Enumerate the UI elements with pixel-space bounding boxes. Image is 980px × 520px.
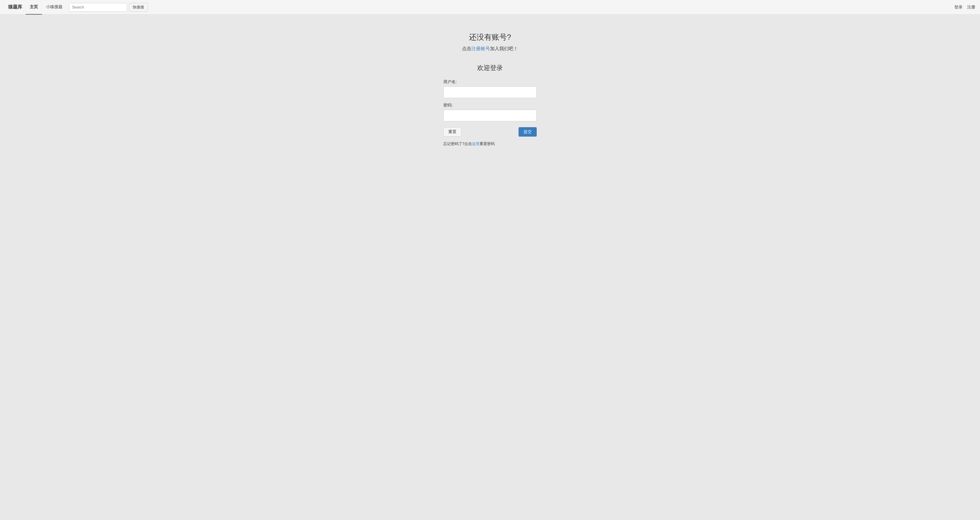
register-promo-link[interactable]: 注册账号: [471, 46, 490, 51]
register-promo-subtitle: 点击注册账号加入我们吧！: [462, 46, 518, 52]
navbar-search-area: 快搜搜: [69, 3, 148, 12]
register-promo-title: 还没有账号?: [462, 32, 518, 42]
navbar-item-home-label: 主页: [30, 4, 38, 10]
quick-search-button[interactable]: 快搜搜: [129, 3, 148, 12]
login-link[interactable]: 登录: [955, 5, 963, 10]
navbar: 猿题库 主页 小猿搜题 快搜搜 登录 注册: [0, 0, 980, 14]
forgot-link[interactable]: 这里: [472, 142, 479, 146]
register-promo: 还没有账号? 点击注册账号加入我们吧！: [462, 32, 518, 52]
navbar-item-monkey-search-label: 小猿搜题: [46, 4, 62, 10]
password-group: 密码:: [443, 103, 537, 121]
password-input[interactable]: [443, 110, 537, 121]
username-input[interactable]: [443, 86, 537, 98]
forgot-password: 忘记密码了?点击这里重置密码: [443, 141, 537, 147]
main-content: 还没有账号? 点击注册账号加入我们吧！ 欢迎登录 用户名: 密码: 重置 提交 …: [0, 14, 980, 147]
navbar-right: 登录 注册: [955, 5, 975, 10]
reset-button[interactable]: 重置: [443, 127, 461, 137]
username-group: 用户名:: [443, 80, 537, 98]
forgot-suffix: 重置密码: [479, 142, 495, 146]
login-title: 欢迎登录: [443, 64, 537, 72]
submit-button[interactable]: 提交: [519, 127, 537, 137]
login-form-container: 欢迎登录 用户名: 密码: 重置 提交 忘记密码了?点击这里重置密码: [443, 64, 537, 147]
navbar-item-home[interactable]: 主页: [25, 0, 42, 14]
search-input[interactable]: [69, 3, 127, 12]
navbar-item-monkey-search[interactable]: 小猿搜题: [42, 0, 67, 14]
navbar-brand[interactable]: 猿题库: [5, 4, 25, 10]
username-label: 用户名:: [443, 80, 537, 85]
register-promo-prefix: 点击: [462, 46, 471, 51]
register-promo-suffix: 加入我们吧！: [490, 46, 518, 51]
register-link[interactable]: 注册: [967, 5, 975, 10]
password-label: 密码:: [443, 103, 537, 108]
forgot-prefix: 忘记密码了?点击: [443, 142, 472, 146]
form-actions: 重置 提交: [443, 127, 537, 137]
